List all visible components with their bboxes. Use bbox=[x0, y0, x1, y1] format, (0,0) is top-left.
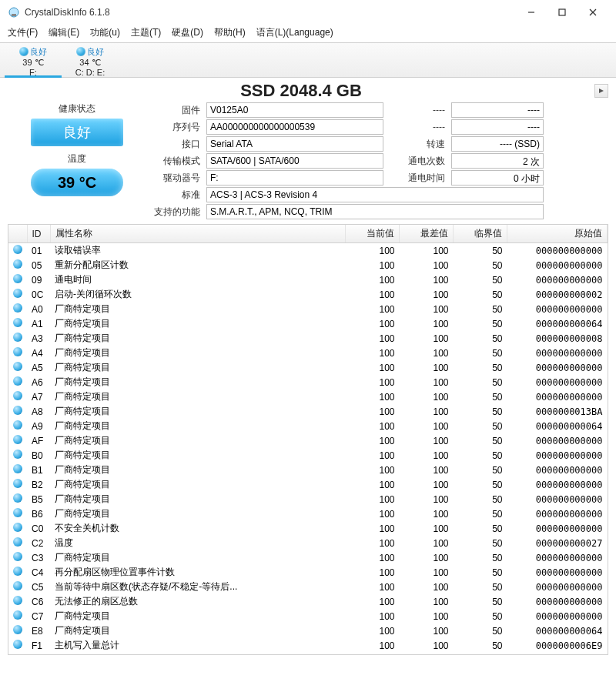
standard-value: ACS-3 | ACS-3 Revision 4 bbox=[206, 187, 544, 202]
menu-edit[interactable]: 编辑(E) bbox=[49, 26, 79, 39]
th-name[interactable]: 属性名称 bbox=[50, 225, 346, 243]
menu-function[interactable]: 功能(u) bbox=[90, 26, 120, 39]
cell-current: 100 bbox=[346, 550, 400, 565]
interface-label: 接口 bbox=[149, 138, 203, 151]
title-bar: CrystalDiskInfo 6.1.8 bbox=[0, 0, 616, 23]
status-orb-icon bbox=[13, 259, 22, 269]
menu-file[interactable]: 文件(F) bbox=[8, 26, 38, 39]
table-row[interactable]: AF厂商特定项目10010050000000000000 bbox=[8, 433, 608, 448]
app-icon bbox=[8, 6, 20, 18]
svg-rect-1 bbox=[12, 14, 16, 16]
cell-id: 05 bbox=[27, 258, 50, 272]
menu-disk[interactable]: 硬盘(D) bbox=[172, 26, 203, 39]
cell-current: 100 bbox=[346, 346, 400, 360]
drive-tab-1[interactable]: 良好 34 ℃ C: D: E: bbox=[62, 45, 119, 77]
status-orb-icon bbox=[13, 610, 22, 620]
th-id[interactable]: ID bbox=[27, 225, 50, 243]
table-row[interactable]: E8厂商特定项目10010050000000000064 bbox=[8, 623, 608, 638]
cell-worst: 100 bbox=[400, 623, 454, 638]
close-button[interactable] bbox=[578, 5, 608, 20]
cell-raw: 0000000006E9 bbox=[507, 638, 608, 653]
cell-name: 再分配扇区物理位置事件计数 bbox=[50, 565, 346, 580]
maximize-button[interactable] bbox=[547, 5, 578, 20]
status-orb-icon bbox=[13, 347, 22, 356]
dash-value: ---- bbox=[451, 102, 544, 118]
table-row[interactable]: B2厂商特定项目10010050000000000000 bbox=[8, 477, 608, 492]
firmware-label: 固件 bbox=[149, 104, 203, 117]
health-status-box[interactable]: 良好 bbox=[31, 119, 123, 146]
status-orb-icon bbox=[13, 450, 22, 459]
menu-help[interactable]: 帮助(H) bbox=[214, 26, 246, 39]
standard-label: 标准 bbox=[149, 189, 203, 202]
table-row[interactable]: 0C启动-关闭循环次数10010050000000000002 bbox=[8, 287, 608, 302]
cell-name: 主机写入量总计 bbox=[50, 638, 346, 653]
smart-table[interactable]: ID 属性名称 当前值 最差值 临界值 原始值 01读取错误率100100500… bbox=[8, 224, 608, 655]
drive-tab-0[interactable]: 良好 39 ℃ F: bbox=[5, 45, 62, 77]
cell-current: 100 bbox=[346, 375, 400, 389]
table-row[interactable]: A8厂商特定项目100100500000000013BA bbox=[8, 404, 608, 419]
table-row[interactable]: A5厂商特定项目10010050000000000000 bbox=[8, 360, 608, 375]
temperature-box[interactable]: 39 °C bbox=[31, 169, 123, 196]
cell-raw: 000000000000 bbox=[507, 389, 608, 404]
transfer-value: SATA/600 | SATA/600 bbox=[206, 153, 383, 169]
table-row[interactable]: B6厂商特定项目10010050000000000000 bbox=[8, 506, 608, 521]
table-row[interactable]: 05重新分配扇区计数10010050000000000000 bbox=[8, 258, 608, 272]
cell-id: B6 bbox=[27, 506, 50, 521]
table-row[interactable]: A1厂商特定项目10010050000000000064 bbox=[8, 316, 608, 331]
table-row[interactable]: A7厂商特定项目10010050000000000000 bbox=[8, 389, 608, 404]
power-count-label: 通电次数 bbox=[387, 155, 448, 168]
cell-worst: 100 bbox=[400, 419, 454, 433]
cell-id: C0 bbox=[27, 521, 50, 536]
status-orb-icon bbox=[13, 640, 22, 649]
menu-theme[interactable]: 主题(T) bbox=[131, 26, 161, 39]
dash-value-2: ---- bbox=[451, 119, 544, 135]
table-row[interactable]: A9厂商特定项目10010050000000000064 bbox=[8, 419, 608, 433]
cell-threshold: 50 bbox=[454, 389, 507, 404]
table-row[interactable]: B5厂商特定项目10010050000000000000 bbox=[8, 492, 608, 506]
cell-current: 100 bbox=[346, 258, 400, 272]
cell-name: 厂商特定项目 bbox=[50, 360, 346, 375]
table-row[interactable]: A3厂商特定项目10010050000000000008 bbox=[8, 331, 608, 346]
cell-worst: 100 bbox=[400, 506, 454, 521]
cell-worst: 100 bbox=[400, 550, 454, 565]
cell-raw: 000000000000 bbox=[507, 302, 608, 316]
rpm-label: 转速 bbox=[387, 138, 448, 151]
cell-name: 重新分配扇区计数 bbox=[50, 258, 346, 272]
next-disk-button[interactable] bbox=[594, 84, 608, 98]
menu-language[interactable]: 语言(L)(Language) bbox=[256, 26, 333, 39]
table-row[interactable]: C5当前等待中扇区数(状态存疑/不稳定-等待后...10010050000000… bbox=[8, 580, 608, 594]
status-orb-icon bbox=[13, 435, 22, 444]
cell-id: 0C bbox=[27, 287, 50, 302]
table-row[interactable]: C6无法修正的扇区总数10010050000000000000 bbox=[8, 594, 608, 609]
table-row[interactable]: B0厂商特定项目10010050000000000000 bbox=[8, 448, 608, 463]
table-row[interactable]: F2主机读取量总计10010050000000000592 bbox=[8, 653, 608, 655]
hours-value: 0 小时 bbox=[451, 170, 544, 186]
table-row[interactable]: F1主机写入量总计100100500000000006E9 bbox=[8, 638, 608, 653]
drive-status: 良好 bbox=[30, 47, 47, 56]
table-row[interactable]: C0不安全关机计数10010050000000000000 bbox=[8, 521, 608, 536]
th-worst[interactable]: 最差值 bbox=[400, 225, 454, 243]
cell-id: B5 bbox=[27, 492, 50, 506]
table-row[interactable]: A6厂商特定项目10010050000000000000 bbox=[8, 375, 608, 389]
th-raw[interactable]: 原始值 bbox=[507, 225, 608, 243]
cell-current: 100 bbox=[346, 360, 400, 375]
serial-label: 序列号 bbox=[149, 121, 203, 134]
table-row[interactable]: B1厂商特定项目10010050000000000000 bbox=[8, 463, 608, 477]
th-threshold[interactable]: 临界值 bbox=[454, 225, 507, 243]
minimize-button[interactable] bbox=[516, 5, 547, 20]
table-row[interactable]: 09通电时间10010050000000000000 bbox=[8, 272, 608, 287]
cell-name: 不安全关机计数 bbox=[50, 521, 346, 536]
table-row[interactable]: A0厂商特定项目10010050000000000000 bbox=[8, 302, 608, 316]
table-row[interactable]: C4再分配扇区物理位置事件计数10010050000000000000 bbox=[8, 565, 608, 580]
table-row[interactable]: C7厂商特定项目10010050000000000000 bbox=[8, 609, 608, 623]
cell-worst: 100 bbox=[400, 521, 454, 536]
table-row[interactable]: C3厂商特定项目10010050000000000000 bbox=[8, 550, 608, 565]
table-row[interactable]: A4厂商特定项目10010050000000000000 bbox=[8, 346, 608, 360]
table-row[interactable]: C2温度10010050000000000027 bbox=[8, 536, 608, 550]
cell-current: 100 bbox=[346, 316, 400, 331]
table-row[interactable]: 01读取错误率10010050000000000000 bbox=[8, 243, 608, 259]
cell-threshold: 50 bbox=[454, 609, 507, 623]
th-current[interactable]: 当前值 bbox=[346, 225, 400, 243]
cell-name: 厂商特定项目 bbox=[50, 346, 346, 360]
cell-worst: 100 bbox=[400, 594, 454, 609]
